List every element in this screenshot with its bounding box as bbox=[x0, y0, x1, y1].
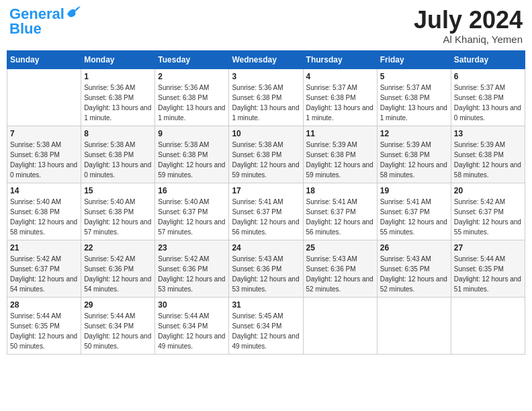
day-info: Sunrise: 5:37 AMSunset: 6:38 PMDaylight:… bbox=[306, 83, 374, 123]
day-info: Sunrise: 5:42 AMSunset: 6:37 PMDaylight:… bbox=[10, 254, 78, 294]
calendar-day-cell: 21Sunrise: 5:42 AMSunset: 6:37 PMDayligh… bbox=[7, 240, 81, 297]
day-info: Sunrise: 5:44 AMSunset: 6:35 PMDaylight:… bbox=[454, 254, 522, 294]
calendar-day-cell: 28Sunrise: 5:44 AMSunset: 6:35 PMDayligh… bbox=[7, 297, 81, 354]
calendar-day-cell: 27Sunrise: 5:44 AMSunset: 6:35 PMDayligh… bbox=[451, 240, 525, 297]
logo-text: General bbox=[9, 7, 64, 21]
day-info: Sunrise: 5:42 AMSunset: 6:36 PMDaylight:… bbox=[84, 254, 152, 294]
day-number: 30 bbox=[158, 300, 226, 310]
calendar-day-cell: 25Sunrise: 5:43 AMSunset: 6:36 PMDayligh… bbox=[303, 240, 377, 297]
day-number: 4 bbox=[306, 72, 374, 81]
day-number: 25 bbox=[306, 243, 374, 253]
calendar-day-cell: 10Sunrise: 5:38 AMSunset: 6:38 PMDayligh… bbox=[229, 126, 303, 183]
day-info: Sunrise: 5:41 AMSunset: 6:37 PMDaylight:… bbox=[306, 197, 374, 237]
calendar-table: SundayMondayTuesdayWednesdayThursdayFrid… bbox=[7, 50, 525, 355]
calendar-day-cell bbox=[303, 297, 377, 354]
day-info: Sunrise: 5:39 AMSunset: 6:38 PMDaylight:… bbox=[306, 140, 374, 180]
header: General Blue July 2024 Al Khaniq, Yemen bbox=[7, 7, 525, 45]
day-info: Sunrise: 5:44 AMSunset: 6:34 PMDaylight:… bbox=[158, 311, 226, 351]
day-number: 29 bbox=[84, 300, 152, 310]
day-info: Sunrise: 5:38 AMSunset: 6:38 PMDaylight:… bbox=[232, 140, 300, 180]
day-number: 24 bbox=[232, 243, 300, 253]
calendar-day-cell: 17Sunrise: 5:41 AMSunset: 6:37 PMDayligh… bbox=[229, 183, 303, 240]
day-number: 19 bbox=[380, 186, 448, 195]
day-number: 31 bbox=[232, 300, 300, 310]
calendar-day-cell: 19Sunrise: 5:41 AMSunset: 6:37 PMDayligh… bbox=[377, 183, 451, 240]
day-info: Sunrise: 5:44 AMSunset: 6:34 PMDaylight:… bbox=[84, 311, 152, 351]
day-info: Sunrise: 5:41 AMSunset: 6:37 PMDaylight:… bbox=[232, 197, 300, 237]
day-number: 21 bbox=[10, 243, 78, 253]
column-header-sunday: Sunday bbox=[7, 50, 81, 68]
day-number: 2 bbox=[158, 72, 226, 81]
day-number: 12 bbox=[380, 129, 448, 138]
calendar-day-cell: 5Sunrise: 5:37 AMSunset: 6:38 PMDaylight… bbox=[377, 68, 451, 126]
day-number: 28 bbox=[10, 300, 78, 310]
calendar-day-cell: 26Sunrise: 5:43 AMSunset: 6:35 PMDayligh… bbox=[377, 240, 451, 297]
day-info: Sunrise: 5:42 AMSunset: 6:37 PMDaylight:… bbox=[454, 197, 522, 237]
calendar-week-row: 14Sunrise: 5:40 AMSunset: 6:38 PMDayligh… bbox=[7, 183, 525, 240]
day-number: 1 bbox=[84, 72, 152, 81]
column-header-friday: Friday bbox=[377, 50, 451, 68]
day-info: Sunrise: 5:36 AMSunset: 6:38 PMDaylight:… bbox=[158, 83, 226, 123]
calendar-day-cell: 4Sunrise: 5:37 AMSunset: 6:38 PMDaylight… bbox=[303, 68, 377, 126]
day-number: 20 bbox=[454, 186, 522, 195]
calendar-day-cell: 8Sunrise: 5:38 AMSunset: 6:38 PMDaylight… bbox=[81, 126, 155, 183]
day-number: 17 bbox=[232, 186, 300, 195]
location: Al Khaniq, Yemen bbox=[414, 34, 523, 45]
calendar-day-cell bbox=[377, 297, 451, 354]
day-number: 5 bbox=[380, 72, 448, 81]
day-info: Sunrise: 5:38 AMSunset: 6:38 PMDaylight:… bbox=[10, 140, 78, 180]
day-info: Sunrise: 5:38 AMSunset: 6:38 PMDaylight:… bbox=[158, 140, 226, 180]
day-number: 15 bbox=[84, 186, 152, 195]
calendar-day-cell: 15Sunrise: 5:40 AMSunset: 6:38 PMDayligh… bbox=[81, 183, 155, 240]
calendar-week-row: 28Sunrise: 5:44 AMSunset: 6:35 PMDayligh… bbox=[7, 297, 525, 354]
calendar-day-cell: 7Sunrise: 5:38 AMSunset: 6:38 PMDaylight… bbox=[7, 126, 81, 183]
calendar-day-cell: 24Sunrise: 5:43 AMSunset: 6:36 PMDayligh… bbox=[229, 240, 303, 297]
day-number: 22 bbox=[84, 243, 152, 253]
day-number: 6 bbox=[454, 72, 522, 81]
calendar-day-cell bbox=[451, 297, 525, 354]
day-number: 10 bbox=[232, 129, 300, 138]
calendar-day-cell: 12Sunrise: 5:39 AMSunset: 6:38 PMDayligh… bbox=[377, 126, 451, 183]
day-info: Sunrise: 5:36 AMSunset: 6:38 PMDaylight:… bbox=[232, 83, 300, 123]
logo-blue: Blue bbox=[9, 21, 42, 36]
day-number: 16 bbox=[158, 186, 226, 195]
logo-bird-icon bbox=[66, 6, 81, 18]
calendar-day-cell bbox=[7, 68, 81, 126]
column-header-monday: Monday bbox=[81, 50, 155, 68]
day-info: Sunrise: 5:37 AMSunset: 6:38 PMDaylight:… bbox=[454, 83, 522, 123]
day-info: Sunrise: 5:44 AMSunset: 6:35 PMDaylight:… bbox=[10, 311, 78, 351]
calendar-day-cell: 13Sunrise: 5:39 AMSunset: 6:38 PMDayligh… bbox=[451, 126, 525, 183]
day-info: Sunrise: 5:40 AMSunset: 6:37 PMDaylight:… bbox=[158, 197, 226, 237]
calendar-day-cell: 31Sunrise: 5:45 AMSunset: 6:34 PMDayligh… bbox=[229, 297, 303, 354]
calendar-day-cell: 16Sunrise: 5:40 AMSunset: 6:37 PMDayligh… bbox=[155, 183, 229, 240]
calendar-day-cell: 6Sunrise: 5:37 AMSunset: 6:38 PMDaylight… bbox=[451, 68, 525, 126]
column-header-wednesday: Wednesday bbox=[229, 50, 303, 68]
calendar-day-cell: 9Sunrise: 5:38 AMSunset: 6:38 PMDaylight… bbox=[155, 126, 229, 183]
day-info: Sunrise: 5:40 AMSunset: 6:38 PMDaylight:… bbox=[84, 197, 152, 237]
day-number: 3 bbox=[232, 72, 300, 81]
day-info: Sunrise: 5:38 AMSunset: 6:38 PMDaylight:… bbox=[84, 140, 152, 180]
day-info: Sunrise: 5:40 AMSunset: 6:38 PMDaylight:… bbox=[10, 197, 78, 237]
calendar-day-cell: 2Sunrise: 5:36 AMSunset: 6:38 PMDaylight… bbox=[155, 68, 229, 126]
calendar-header-row: SundayMondayTuesdayWednesdayThursdayFrid… bbox=[7, 50, 525, 68]
day-info: Sunrise: 5:41 AMSunset: 6:37 PMDaylight:… bbox=[380, 197, 448, 237]
calendar-day-cell: 18Sunrise: 5:41 AMSunset: 6:37 PMDayligh… bbox=[303, 183, 377, 240]
day-info: Sunrise: 5:39 AMSunset: 6:38 PMDaylight:… bbox=[454, 140, 522, 180]
column-header-saturday: Saturday bbox=[451, 50, 525, 68]
day-number: 13 bbox=[454, 129, 522, 138]
day-info: Sunrise: 5:45 AMSunset: 6:34 PMDaylight:… bbox=[232, 311, 300, 351]
day-number: 27 bbox=[454, 243, 522, 253]
day-info: Sunrise: 5:43 AMSunset: 6:36 PMDaylight:… bbox=[232, 254, 300, 294]
day-info: Sunrise: 5:37 AMSunset: 6:38 PMDaylight:… bbox=[380, 83, 448, 123]
calendar-day-cell: 1Sunrise: 5:36 AMSunset: 6:38 PMDaylight… bbox=[81, 68, 155, 126]
calendar-week-row: 1Sunrise: 5:36 AMSunset: 6:38 PMDaylight… bbox=[7, 68, 525, 126]
calendar-week-row: 7Sunrise: 5:38 AMSunset: 6:38 PMDaylight… bbox=[7, 126, 525, 183]
title-area: July 2024 Al Khaniq, Yemen bbox=[414, 7, 523, 45]
day-number: 7 bbox=[10, 129, 78, 138]
calendar-day-cell: 29Sunrise: 5:44 AMSunset: 6:34 PMDayligh… bbox=[81, 297, 155, 354]
day-number: 23 bbox=[158, 243, 226, 253]
day-number: 8 bbox=[84, 129, 152, 138]
day-info: Sunrise: 5:43 AMSunset: 6:36 PMDaylight:… bbox=[306, 254, 374, 294]
column-header-tuesday: Tuesday bbox=[155, 50, 229, 68]
day-info: Sunrise: 5:39 AMSunset: 6:38 PMDaylight:… bbox=[380, 140, 448, 180]
